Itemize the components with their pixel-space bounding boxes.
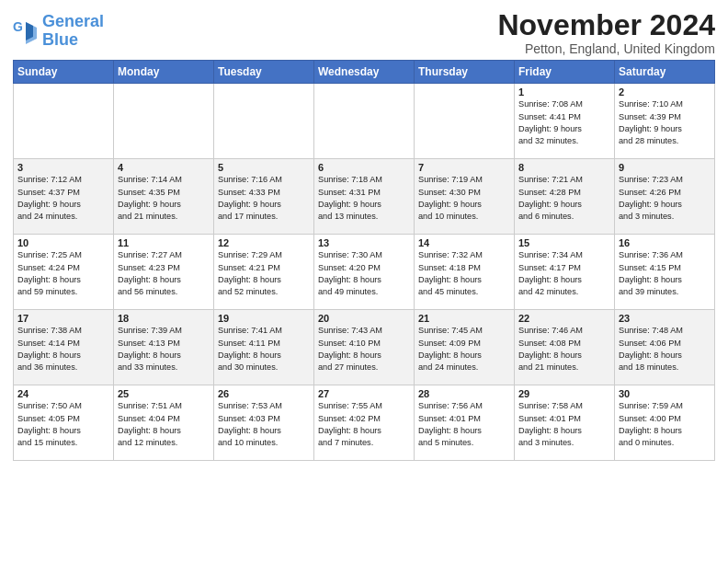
calendar-table: Sunday Monday Tuesday Wednesday Thursday… [13, 60, 715, 461]
day-info: Sunrise: 7:50 AM Sunset: 4:05 PM Dayligh… [17, 400, 109, 449]
day-number: 18 [118, 313, 210, 324]
page-container: G General Blue November 2024 Petton, Eng… [0, 0, 728, 466]
day-number: 2 [619, 86, 711, 98]
month-title: November 2024 [497, 9, 715, 41]
day-info: Sunrise: 7:21 AM Sunset: 4:28 PM Dayligh… [518, 174, 610, 223]
day-info: Sunrise: 7:23 AM Sunset: 4:26 PM Dayligh… [619, 174, 711, 223]
calendar-cell: 11Sunrise: 7:27 AM Sunset: 4:23 PM Dayli… [114, 235, 214, 310]
calendar-cell: 9Sunrise: 7:23 AM Sunset: 4:26 PM Daylig… [615, 159, 715, 235]
day-info: Sunrise: 7:45 AM Sunset: 4:09 PM Dayligh… [418, 325, 510, 373]
day-number: 4 [118, 162, 210, 173]
day-number: 25 [118, 388, 210, 399]
calendar-cell: 23Sunrise: 7:48 AM Sunset: 4:06 PM Dayli… [615, 310, 715, 385]
calendar-cell: 24Sunrise: 7:50 AM Sunset: 4:05 PM Dayli… [14, 385, 114, 461]
location: Petton, England, United Kingdom [497, 41, 715, 56]
day-number: 11 [118, 237, 210, 248]
logo-text: General Blue [42, 13, 104, 50]
logo: G General Blue [13, 13, 104, 50]
calendar-cell: 27Sunrise: 7:55 AM Sunset: 4:02 PM Dayli… [314, 385, 415, 461]
day-info: Sunrise: 7:43 AM Sunset: 4:10 PM Dayligh… [318, 325, 410, 373]
col-wednesday: Wednesday [314, 61, 415, 84]
col-thursday: Thursday [415, 61, 515, 84]
day-info: Sunrise: 7:12 AM Sunset: 4:37 PM Dayligh… [17, 174, 109, 223]
calendar-cell: 7Sunrise: 7:19 AM Sunset: 4:30 PM Daylig… [415, 159, 515, 235]
day-number: 24 [17, 388, 109, 399]
calendar-cell: 8Sunrise: 7:21 AM Sunset: 4:28 PM Daylig… [515, 159, 615, 235]
calendar-cell: 2Sunrise: 7:10 AM Sunset: 4:39 PM Daylig… [615, 84, 715, 159]
calendar-cell: 18Sunrise: 7:39 AM Sunset: 4:13 PM Dayli… [114, 310, 214, 385]
day-info: Sunrise: 7:30 AM Sunset: 4:20 PM Dayligh… [318, 249, 410, 298]
day-number: 10 [17, 237, 109, 248]
calendar-cell: 17Sunrise: 7:38 AM Sunset: 4:14 PM Dayli… [14, 310, 114, 385]
title-block: November 2024 Petton, England, United Ki… [497, 9, 715, 56]
day-number: 12 [218, 237, 310, 248]
day-info: Sunrise: 7:46 AM Sunset: 4:08 PM Dayligh… [518, 325, 610, 373]
calendar-cell: 6Sunrise: 7:18 AM Sunset: 4:31 PM Daylig… [314, 159, 415, 235]
logo-line1: General [42, 12, 104, 30]
day-info: Sunrise: 7:19 AM Sunset: 4:30 PM Dayligh… [418, 174, 510, 223]
day-number: 1 [518, 86, 610, 98]
day-info: Sunrise: 7:41 AM Sunset: 4:11 PM Dayligh… [218, 325, 310, 373]
calendar-cell: 1Sunrise: 7:08 AM Sunset: 4:41 PM Daylig… [515, 84, 615, 159]
calendar-cell: 26Sunrise: 7:53 AM Sunset: 4:03 PM Dayli… [214, 385, 314, 461]
calendar-cell: 10Sunrise: 7:25 AM Sunset: 4:24 PM Dayli… [14, 235, 114, 310]
svg-text:G: G [13, 19, 23, 34]
calendar-cell: 20Sunrise: 7:43 AM Sunset: 4:10 PM Dayli… [314, 310, 415, 385]
day-info: Sunrise: 7:08 AM Sunset: 4:41 PM Dayligh… [518, 98, 610, 147]
day-number: 7 [418, 162, 510, 173]
calendar-cell: 15Sunrise: 7:34 AM Sunset: 4:17 PM Dayli… [515, 235, 615, 310]
day-info: Sunrise: 7:10 AM Sunset: 4:39 PM Dayligh… [619, 98, 711, 147]
logo-line2: Blue [42, 30, 78, 49]
day-number: 26 [218, 388, 310, 399]
day-info: Sunrise: 7:58 AM Sunset: 4:01 PM Dayligh… [518, 400, 610, 449]
day-info: Sunrise: 7:29 AM Sunset: 4:21 PM Dayligh… [218, 249, 310, 298]
day-number: 30 [619, 388, 711, 399]
day-info: Sunrise: 7:18 AM Sunset: 4:31 PM Dayligh… [318, 174, 410, 223]
day-number: 27 [318, 388, 410, 399]
day-number: 19 [218, 313, 310, 324]
day-number: 20 [318, 313, 410, 324]
day-number: 13 [318, 237, 410, 248]
day-number: 14 [418, 237, 510, 248]
logo-icon: G [13, 18, 39, 44]
calendar-cell: 29Sunrise: 7:58 AM Sunset: 4:01 PM Dayli… [515, 385, 615, 461]
day-info: Sunrise: 7:59 AM Sunset: 4:00 PM Dayligh… [619, 400, 711, 449]
calendar-cell [415, 84, 515, 159]
day-number: 5 [218, 162, 310, 173]
calendar-week-2: 10Sunrise: 7:25 AM Sunset: 4:24 PM Dayli… [14, 235, 715, 310]
day-info: Sunrise: 7:56 AM Sunset: 4:01 PM Dayligh… [418, 400, 510, 449]
calendar-cell: 19Sunrise: 7:41 AM Sunset: 4:11 PM Dayli… [214, 310, 314, 385]
header-row: G General Blue November 2024 Petton, Eng… [13, 9, 715, 56]
day-info: Sunrise: 7:38 AM Sunset: 4:14 PM Dayligh… [17, 325, 109, 373]
day-info: Sunrise: 7:14 AM Sunset: 4:35 PM Dayligh… [118, 174, 210, 223]
col-monday: Monday [114, 61, 214, 84]
col-saturday: Saturday [615, 61, 715, 84]
calendar-cell: 5Sunrise: 7:16 AM Sunset: 4:33 PM Daylig… [214, 159, 314, 235]
day-number: 28 [418, 388, 510, 399]
col-tuesday: Tuesday [214, 61, 314, 84]
day-info: Sunrise: 7:34 AM Sunset: 4:17 PM Dayligh… [518, 249, 610, 298]
calendar-cell: 16Sunrise: 7:36 AM Sunset: 4:15 PM Dayli… [615, 235, 715, 310]
day-info: Sunrise: 7:36 AM Sunset: 4:15 PM Dayligh… [619, 249, 711, 298]
calendar-cell: 3Sunrise: 7:12 AM Sunset: 4:37 PM Daylig… [14, 159, 114, 235]
calendar-cell: 30Sunrise: 7:59 AM Sunset: 4:00 PM Dayli… [615, 385, 715, 461]
calendar-body: 1Sunrise: 7:08 AM Sunset: 4:41 PM Daylig… [14, 84, 715, 461]
day-number: 29 [518, 388, 610, 399]
calendar-week-3: 17Sunrise: 7:38 AM Sunset: 4:14 PM Dayli… [14, 310, 715, 385]
col-sunday: Sunday [14, 61, 114, 84]
day-info: Sunrise: 7:39 AM Sunset: 4:13 PM Dayligh… [118, 325, 210, 373]
calendar-week-4: 24Sunrise: 7:50 AM Sunset: 4:05 PM Dayli… [14, 385, 715, 461]
day-info: Sunrise: 7:51 AM Sunset: 4:04 PM Dayligh… [118, 400, 210, 449]
day-number: 23 [619, 313, 711, 324]
calendar-cell: 28Sunrise: 7:56 AM Sunset: 4:01 PM Dayli… [415, 385, 515, 461]
calendar-cell: 25Sunrise: 7:51 AM Sunset: 4:04 PM Dayli… [114, 385, 214, 461]
calendar-week-0: 1Sunrise: 7:08 AM Sunset: 4:41 PM Daylig… [14, 84, 715, 159]
day-number: 8 [518, 162, 610, 173]
day-number: 16 [619, 237, 711, 248]
day-number: 21 [418, 313, 510, 324]
col-friday: Friday [515, 61, 615, 84]
calendar-cell: 4Sunrise: 7:14 AM Sunset: 4:35 PM Daylig… [114, 159, 214, 235]
calendar-cell: 21Sunrise: 7:45 AM Sunset: 4:09 PM Dayli… [415, 310, 515, 385]
day-info: Sunrise: 7:32 AM Sunset: 4:18 PM Dayligh… [418, 249, 510, 298]
day-info: Sunrise: 7:25 AM Sunset: 4:24 PM Dayligh… [17, 249, 109, 298]
